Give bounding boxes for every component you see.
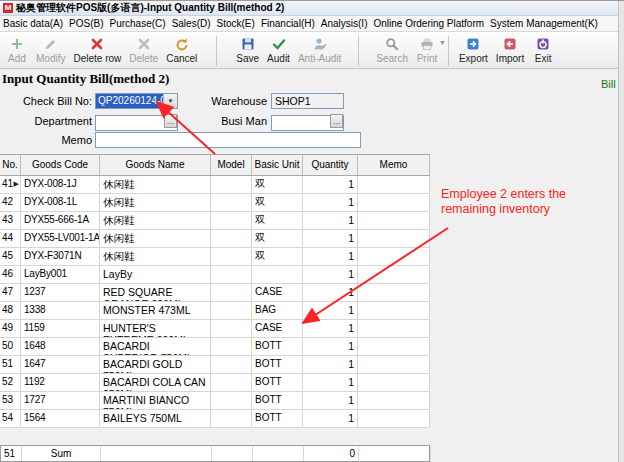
save-button[interactable]: Save bbox=[232, 34, 263, 65]
cell-goods-code[interactable]: DYX55-LV001-1A bbox=[21, 230, 100, 248]
cell-goods-name[interactable]: BACARDI COLA CAN 250ML bbox=[100, 374, 211, 392]
cell-no[interactable]: 45 bbox=[0, 248, 21, 266]
cell-quantity[interactable]: 1 bbox=[303, 392, 358, 410]
cell-basic-unit[interactable]: 双 bbox=[252, 212, 303, 230]
cell-goods-code[interactable]: 1647 bbox=[21, 356, 100, 374]
cell-model[interactable] bbox=[211, 176, 252, 194]
add-button[interactable]: Add bbox=[2, 34, 32, 65]
cell-model[interactable] bbox=[211, 230, 252, 248]
cell-no[interactable]: 52 bbox=[0, 374, 21, 392]
cell-memo[interactable] bbox=[358, 374, 430, 392]
cell-memo[interactable] bbox=[358, 392, 430, 410]
table-row[interactable]: 44 DYX55-LV001-1A 休闲鞋 双 1 bbox=[0, 230, 430, 248]
table-row[interactable]: 51 1647 BACARDI GOLD 750ML BOTT 1 bbox=[0, 356, 430, 374]
menu-basic-data[interactable]: Basic data(A) bbox=[0, 16, 66, 32]
cell-memo[interactable] bbox=[358, 248, 430, 266]
table-row[interactable]: 54 1564 BAILEYS 750ML BOTT 1 bbox=[0, 410, 430, 428]
print-button[interactable]: Print ▼ bbox=[412, 34, 442, 65]
cell-goods-code[interactable]: 1564 bbox=[21, 410, 100, 428]
cell-memo[interactable] bbox=[358, 212, 430, 230]
cell-no[interactable]: 51 bbox=[0, 356, 21, 374]
table-row[interactable]: 42 DYX-008-1L 休闲鞋 双 1 bbox=[0, 194, 430, 212]
cell-quantity[interactable]: 1 bbox=[303, 356, 358, 374]
memo-field[interactable] bbox=[95, 132, 361, 148]
delete-row-button[interactable]: Delete row bbox=[69, 34, 125, 65]
cell-goods-code[interactable]: DYX-008-1L bbox=[21, 194, 100, 212]
cell-goods-name[interactable]: MONSTER 473ML bbox=[100, 302, 211, 320]
cell-quantity[interactable]: 1 bbox=[303, 194, 358, 212]
menu-pos[interactable]: POS(B) bbox=[66, 16, 106, 32]
cell-quantity[interactable]: 1 bbox=[303, 338, 358, 356]
cell-basic-unit[interactable]: BOTT bbox=[252, 338, 303, 356]
menu-system-management[interactable]: System Management(K) bbox=[487, 16, 601, 32]
cell-goods-name[interactable]: BAILEYS 750ML bbox=[100, 410, 211, 428]
cell-model[interactable] bbox=[211, 392, 252, 410]
cell-basic-unit[interactable]: CASE bbox=[252, 320, 303, 338]
menu-online-ordering[interactable]: Online Ordering Platform bbox=[370, 16, 487, 32]
cell-basic-unit[interactable]: BOTT bbox=[252, 410, 303, 428]
cell-model[interactable] bbox=[211, 338, 252, 356]
cell-no[interactable]: 41 ▶ bbox=[0, 176, 21, 194]
cell-model[interactable] bbox=[211, 410, 252, 428]
cell-goods-code[interactable]: DYX-008-1J bbox=[21, 176, 100, 194]
busi-man-lookup-button[interactable]: … bbox=[330, 114, 343, 128]
cell-no[interactable]: 46 bbox=[0, 266, 21, 284]
cell-goods-code[interactable]: DYX55-666-1A bbox=[21, 212, 100, 230]
dropdown-arrow-icon[interactable]: ▼ bbox=[163, 94, 177, 108]
cell-memo[interactable] bbox=[358, 194, 430, 212]
cell-basic-unit[interactable]: 双 bbox=[252, 194, 303, 212]
anti-audit-button[interactable]: Anti-Audit bbox=[294, 34, 345, 65]
modify-button[interactable]: Modify bbox=[32, 34, 69, 65]
cell-model[interactable] bbox=[211, 302, 252, 320]
warehouse-field[interactable] bbox=[271, 93, 344, 109]
cell-memo[interactable] bbox=[358, 410, 430, 428]
cell-basic-unit[interactable]: BOTT bbox=[252, 392, 303, 410]
cell-goods-name[interactable]: 休闲鞋 bbox=[100, 176, 211, 194]
cell-goods-name[interactable]: 休闲鞋 bbox=[100, 194, 211, 212]
audit-button[interactable]: Audit bbox=[263, 34, 294, 65]
cell-quantity[interactable]: 1 bbox=[303, 284, 358, 302]
cell-goods-name[interactable]: MARTINI BIANCO 750ML bbox=[100, 392, 211, 410]
cell-no[interactable]: 54 bbox=[0, 410, 21, 428]
exit-button[interactable]: Exit bbox=[528, 34, 558, 65]
menu-analysis[interactable]: Analysis(I) bbox=[318, 16, 371, 32]
cell-basic-unit[interactable]: CASE bbox=[252, 284, 303, 302]
menu-financial[interactable]: Financial(H) bbox=[258, 16, 318, 32]
cell-model[interactable] bbox=[211, 212, 252, 230]
cell-basic-unit[interactable]: BOTT bbox=[252, 374, 303, 392]
menu-sales[interactable]: Sales(D) bbox=[169, 16, 214, 32]
table-row[interactable]: 49 1159 HUNTER'S EXTREME 330ML CASE 1 bbox=[0, 320, 430, 338]
cell-goods-name[interactable]: 休闲鞋 bbox=[100, 248, 211, 266]
cell-no[interactable]: 43 bbox=[0, 212, 21, 230]
print-dropdown-arrow-icon[interactable]: ▼ bbox=[439, 39, 446, 46]
delete-button[interactable]: Delete bbox=[125, 34, 162, 65]
cell-goods-code[interactable]: LayBy001 bbox=[21, 266, 100, 284]
cell-quantity[interactable]: 1 bbox=[303, 266, 358, 284]
cell-quantity[interactable]: 1 bbox=[303, 374, 358, 392]
cell-goods-name[interactable]: 休闲鞋 bbox=[100, 230, 211, 248]
cell-no[interactable]: 42 bbox=[0, 194, 21, 212]
cell-quantity[interactable]: 1 bbox=[303, 248, 358, 266]
cell-memo[interactable] bbox=[358, 230, 430, 248]
cell-goods-code[interactable]: 1192 bbox=[21, 374, 100, 392]
cell-goods-code[interactable]: 1338 bbox=[21, 302, 100, 320]
cell-goods-name[interactable]: BACARDI GOLD 750ML bbox=[100, 356, 211, 374]
cell-goods-name[interactable]: HUNTER'S EXTREME 330ML bbox=[100, 320, 211, 338]
cell-model[interactable] bbox=[211, 266, 252, 284]
cell-goods-name[interactable]: RED SQUARE ORANGE 330ML bbox=[100, 284, 211, 302]
table-row[interactable]: 43 DYX55-666-1A 休闲鞋 双 1 bbox=[0, 212, 430, 230]
cell-model[interactable] bbox=[211, 248, 252, 266]
table-row[interactable]: 50 1648 BACARDI SUPERIOR 750ML BOTT 1 bbox=[0, 338, 430, 356]
cell-model[interactable] bbox=[211, 194, 252, 212]
cell-goods-code[interactable]: 1237 bbox=[21, 284, 100, 302]
cell-quantity[interactable]: 1 bbox=[303, 230, 358, 248]
cell-no[interactable]: 47 bbox=[0, 284, 21, 302]
cell-goods-code[interactable]: 1727 bbox=[21, 392, 100, 410]
cell-no[interactable]: 48 bbox=[0, 302, 21, 320]
table-row[interactable]: 53 1727 MARTINI BIANCO 750ML BOTT 1 bbox=[0, 392, 430, 410]
cell-goods-name[interactable]: LayBy bbox=[100, 266, 211, 284]
cell-no[interactable]: 50 bbox=[0, 338, 21, 356]
cell-basic-unit[interactable]: BAG bbox=[252, 302, 303, 320]
cell-goods-name[interactable]: 休闲鞋 bbox=[100, 212, 211, 230]
cell-no[interactable]: 44 bbox=[0, 230, 21, 248]
